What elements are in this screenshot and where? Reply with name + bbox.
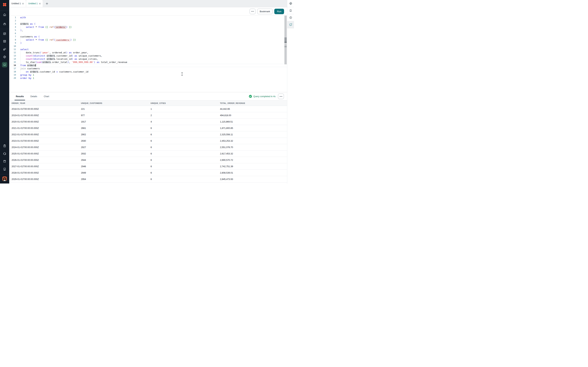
close-icon[interactable]	[39, 3, 41, 4]
tab-details[interactable]: Details	[30, 92, 37, 100]
line-number: 8	[9, 38, 16, 42]
table-header-row: ORDER_YEARUNIQUE_CUSTOMERSUNIQUE_CITIEST…	[9, 100, 287, 106]
tab-untitled-1[interactable]: Untitled 1	[9, 0, 26, 7]
code-line-3[interactable]: 3orders as (	[9, 22, 287, 25]
code-line-11[interactable]: 11select	[9, 48, 287, 51]
table-cell: 2025-01-01T00:00:00.000Z	[11, 152, 81, 155]
sidebar-item-tasks[interactable]	[2, 143, 7, 149]
table-cell: 6	[151, 178, 220, 181]
code-text: from orders	[16, 64, 287, 67]
code-line-6[interactable]: 6	[9, 32, 287, 35]
table-cell: 44,442.65	[220, 108, 287, 110]
table-row[interactable]: 2030-01-01T00:00:00.000Z287961,841,049.3…	[9, 183, 287, 184]
table-row[interactable]: 2027-01-01T00:00:00.000Z294662,742,751.3…	[9, 163, 287, 170]
ellipsis-icon	[280, 96, 282, 97]
table-row[interactable]: 2021-01-01T00:00:00.000Z266161,871,800.8…	[9, 125, 287, 131]
code-line-19[interactable]: 19group by 1	[9, 73, 287, 77]
column-header[interactable]: TOTAL_ORDER_REVENUE	[220, 102, 287, 104]
sidebar-item-docs[interactable]	[2, 159, 7, 164]
line-number: 15	[9, 61, 16, 64]
column-header[interactable]: UNIQUE_CUSTOMERS	[81, 102, 151, 104]
user-avatar[interactable]	[2, 176, 7, 181]
sidebar-item-organization[interactable]	[2, 167, 7, 172]
code-text: on orders.customer_id = customers.custom…	[16, 70, 287, 73]
code-text: group by 1	[16, 73, 287, 77]
results-more-button[interactable]	[278, 94, 284, 99]
sidebar-item-explore-right[interactable]	[287, 0, 294, 7]
table-row[interactable]: 2023-01-01T00:00:00.000Z293062,453,253.3…	[9, 138, 287, 144]
table-row[interactable]: 2025-01-01T00:00:00.000Z293262,617,453.3…	[9, 150, 287, 157]
code-text: select * from {{ ref('customers') }}	[16, 38, 287, 42]
code-line-20[interactable]: 20order by 1	[9, 77, 287, 80]
code-line-18[interactable]: 18 on orders.customer_id = customers.cus…	[9, 70, 287, 73]
code-text: to_char(sum(orders.order_total), '999,99…	[16, 61, 287, 64]
code-line-2[interactable]: 2	[9, 19, 287, 22]
sidebar-item-apps[interactable]	[2, 47, 7, 52]
line-number: 17	[9, 67, 16, 70]
table-row[interactable]: 2026-01-01T00:00:00.000Z294462,690,570.7…	[9, 157, 287, 163]
sidebar-divider	[0, 174, 9, 174]
sidebar-item-explore[interactable]	[2, 54, 7, 59]
table-row[interactable]: 2018-01-01T00:00:00.000Z221144,442.65	[9, 106, 287, 112]
grid-layout-icon	[3, 32, 6, 35]
code-text: count(distinct orders.location_id) as un…	[16, 58, 287, 61]
code-window-icon	[3, 40, 6, 43]
table-row[interactable]: 2029-01-01T00:00:00.000Z295462,845,473.9…	[9, 176, 287, 183]
sidebar-item-ai-chat[interactable]	[287, 21, 294, 28]
new-tab-button[interactable]	[43, 0, 51, 7]
sidebar-item-collections[interactable]	[2, 21, 7, 27]
sidebar-item-history[interactable]	[287, 14, 294, 21]
clipboard-icon	[3, 144, 6, 148]
bookmark-button[interactable]: Bookmark	[257, 9, 273, 14]
tab-chart[interactable]: Chart	[44, 92, 49, 100]
code-text: order by 1	[16, 77, 287, 80]
compass-icon	[3, 55, 6, 59]
code-line-10[interactable]: 10	[9, 45, 287, 48]
code-line-16[interactable]: 16from orders	[9, 64, 287, 67]
table-row[interactable]: 2028-01-01T00:00:00.000Z294962,808,539.0…	[9, 170, 287, 176]
table-row[interactable]: 2020-01-01T00:00:00.000Z191741,115,869.5…	[9, 119, 287, 125]
table-cell: 2024-01-01T00:00:00.000Z	[11, 146, 81, 149]
cell-toolbar: Bookmark Run	[9, 7, 287, 16]
sidebar-item-projects[interactable]	[2, 31, 7, 36]
line-number: 3	[9, 22, 16, 25]
table-row[interactable]: 2019-01-01T00:00:00.000Z9772494,818.00	[9, 112, 287, 119]
column-header[interactable]: ORDER_YEAR	[11, 102, 81, 104]
table-cell: 2020-01-01T00:00:00.000Z	[11, 120, 81, 123]
table-cell: 6	[151, 159, 220, 161]
sql-editor[interactable]: 1with23orders as (4 select * from {{ ref…	[9, 16, 287, 92]
code-line-8[interactable]: 8 select * from {{ ref('customers') }}	[9, 38, 287, 42]
column-header[interactable]: UNIQUE_CITIES	[151, 102, 220, 104]
table-cell: 2	[151, 114, 220, 117]
line-number: 4	[9, 25, 16, 29]
code-line-7[interactable]: 7customers as (	[9, 35, 287, 38]
code-line-4[interactable]: 4 select * from {{ ref('orders') }}	[9, 25, 287, 29]
sidebar-item-support[interactable]	[2, 151, 7, 156]
hex-logo-icon[interactable]	[2, 2, 7, 7]
sidebar-item-terminal[interactable]	[2, 62, 7, 67]
code-line-5[interactable]: 5),	[9, 29, 287, 32]
table-cell: 2,845,473.93	[220, 178, 287, 181]
sidebar-item-bookmarks[interactable]	[287, 7, 294, 14]
sidebar-item-code[interactable]	[2, 39, 7, 44]
tab-untitled-2[interactable]: Untitled 1	[26, 0, 43, 7]
code-line-14[interactable]: 14 count(distinct orders.location_id) as…	[9, 58, 287, 61]
close-icon[interactable]	[22, 3, 24, 4]
plus-icon	[46, 2, 48, 5]
table-row[interactable]: 2024-01-01T00:00:00.000Z292762,551,076.7…	[9, 144, 287, 150]
more-options-button[interactable]	[250, 9, 255, 14]
code-line-15[interactable]: 15 to_char(sum(orders.order_total), '999…	[9, 61, 287, 64]
code-line-13[interactable]: 13 count(distinct orders.customer_id) as…	[9, 54, 287, 58]
collections-icon	[3, 22, 6, 26]
table-row[interactable]: 2022-01-01T00:00:00.000Z290262,325,556.1…	[9, 131, 287, 138]
run-button[interactable]: Run	[274, 9, 284, 14]
table-cell: 2902	[81, 133, 151, 136]
code-line-9[interactable]: 9)	[9, 42, 287, 45]
editor-scrollbar-thumb[interactable]	[285, 37, 287, 42]
code-line-12[interactable]: 12 date_trunc('year', ordered_at) as ord…	[9, 51, 287, 54]
tab-results[interactable]: Results	[16, 92, 24, 100]
code-line-1[interactable]: 1with	[9, 16, 287, 19]
table-cell: 2,808,539.01	[220, 171, 287, 174]
sidebar-item-home[interactable]	[2, 12, 7, 17]
code-line-17[interactable]: 17join customers	[9, 67, 287, 70]
